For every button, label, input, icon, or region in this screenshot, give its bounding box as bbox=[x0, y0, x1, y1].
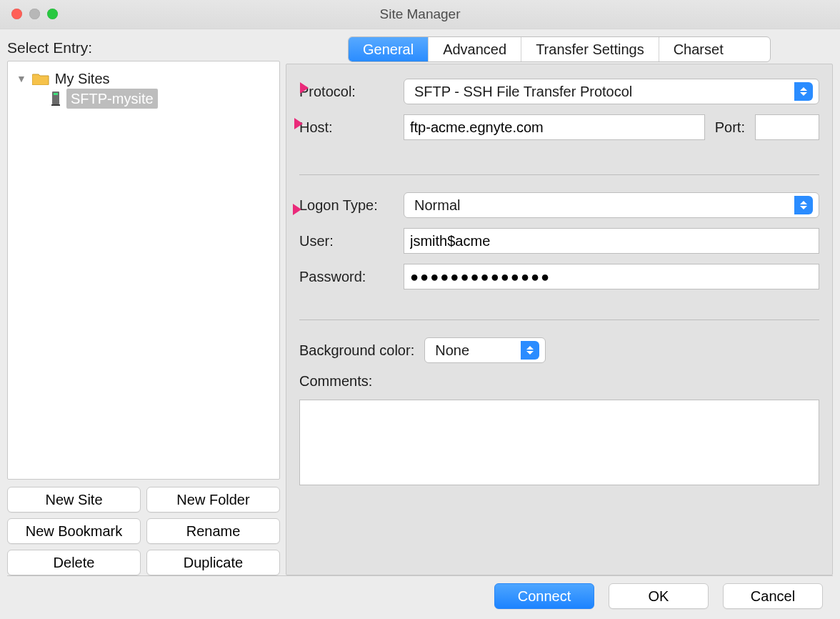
divider bbox=[299, 174, 819, 175]
protocol-value: SFTP - SSH File Transfer Protocol bbox=[410, 84, 794, 100]
tab-advanced[interactable]: Advanced bbox=[429, 37, 521, 61]
protocol-select[interactable]: SFTP - SSH File Transfer Protocol bbox=[404, 79, 819, 104]
select-arrows-icon bbox=[794, 196, 813, 214]
delete-button[interactable]: Delete bbox=[7, 550, 141, 575]
connect-button[interactable]: Connect bbox=[494, 583, 594, 609]
folder-label: My Sites bbox=[55, 69, 110, 89]
new-folder-button[interactable]: New Folder bbox=[146, 487, 280, 512]
logon-type-select[interactable]: Normal bbox=[404, 192, 819, 218]
select-arrows-icon bbox=[521, 341, 539, 360]
entry-buttons: New Site New Folder New Bookmark Rename … bbox=[7, 487, 280, 575]
rename-button[interactable]: Rename bbox=[146, 518, 280, 544]
window-title: Site Manager bbox=[379, 6, 460, 21]
site-label: SFTP-mysite bbox=[66, 89, 158, 109]
logon-type-label: Logon Type: bbox=[299, 197, 394, 214]
settings-tabs: General Advanced Transfer Settings Chars… bbox=[348, 36, 771, 62]
dialog-footer: Connect OK Cancel bbox=[7, 575, 833, 616]
minimize-window-button[interactable] bbox=[29, 9, 40, 19]
comments-label: Comments: bbox=[299, 373, 372, 390]
disclosure-triangle-icon[interactable]: ▼ bbox=[16, 69, 26, 89]
sites-tree[interactable]: ▼ My Sites SFTP-mysite bbox=[7, 61, 280, 480]
server-icon bbox=[51, 91, 61, 107]
general-panel: Protocol: SFTP - SSH File Transfer Proto… bbox=[286, 64, 833, 575]
protocol-label: Protocol: bbox=[299, 84, 394, 100]
close-window-button[interactable] bbox=[11, 9, 22, 19]
comments-textarea[interactable] bbox=[299, 400, 819, 485]
titlebar: Site Manager bbox=[0, 0, 840, 29]
new-site-button[interactable]: New Site bbox=[7, 487, 141, 512]
tree-folder-my-sites[interactable]: ▼ My Sites bbox=[16, 69, 275, 89]
password-label: Password: bbox=[299, 269, 394, 285]
ok-button[interactable]: OK bbox=[609, 583, 709, 609]
window-controls bbox=[11, 9, 58, 19]
user-input[interactable] bbox=[404, 228, 819, 254]
user-label: User: bbox=[299, 233, 394, 249]
port-label: Port: bbox=[715, 119, 745, 136]
select-entry-heading: Select Entry: bbox=[7, 39, 280, 56]
tab-charset[interactable]: Charset bbox=[659, 37, 738, 61]
port-input[interactable] bbox=[755, 114, 819, 140]
divider bbox=[299, 320, 819, 320]
logon-type-value: Normal bbox=[410, 197, 794, 214]
svg-rect-1 bbox=[54, 93, 58, 95]
duplicate-button[interactable]: Duplicate bbox=[146, 550, 280, 575]
new-bookmark-button[interactable]: New Bookmark bbox=[7, 518, 141, 544]
zoom-window-button[interactable] bbox=[47, 9, 58, 19]
svg-rect-2 bbox=[51, 104, 60, 106]
folder-icon bbox=[32, 72, 49, 85]
tree-item-sftp-mysite[interactable]: SFTP-mysite bbox=[51, 89, 275, 109]
host-input[interactable] bbox=[404, 114, 705, 140]
select-arrows-icon bbox=[794, 82, 813, 101]
cancel-button[interactable]: Cancel bbox=[723, 583, 823, 609]
background-color-select[interactable]: None bbox=[424, 337, 546, 363]
background-color-label: Background color: bbox=[299, 342, 414, 359]
tab-transfer[interactable]: Transfer Settings bbox=[521, 37, 659, 61]
settings-panel: General Advanced Transfer Settings Chars… bbox=[286, 36, 833, 575]
password-input[interactable] bbox=[404, 264, 819, 289]
site-manager-window: Site Manager Select Entry: ▼ My Sites bbox=[0, 0, 840, 619]
host-label: Host: bbox=[299, 119, 394, 136]
tab-general[interactable]: General bbox=[349, 37, 429, 61]
background-color-value: None bbox=[431, 342, 521, 359]
entry-panel: Select Entry: ▼ My Sites SFTP-mysite bbox=[7, 36, 280, 575]
